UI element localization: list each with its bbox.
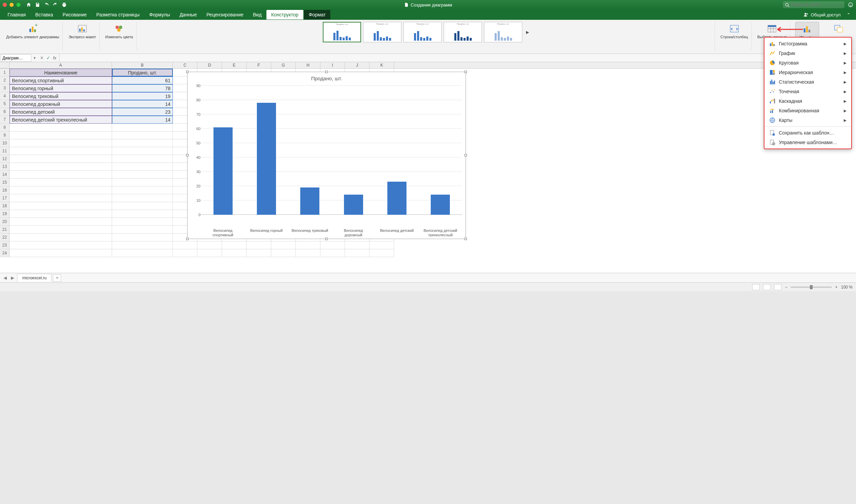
cell-F23[interactable]	[247, 241, 271, 249]
zoom-slider[interactable]	[791, 286, 832, 288]
cell-B6[interactable]: 23	[112, 108, 173, 116]
row-header-14[interactable]: 14	[0, 171, 10, 179]
cell-A16[interactable]	[10, 186, 112, 194]
smiley-icon[interactable]	[848, 2, 853, 8]
cell-A18[interactable]	[10, 202, 112, 210]
cell-B17[interactable]	[112, 194, 173, 202]
cell-A17[interactable]	[10, 194, 112, 202]
row-header-3[interactable]: 3	[0, 84, 10, 92]
column-header-B[interactable]: B	[112, 62, 173, 68]
tab-insert[interactable]: Вставка	[30, 10, 58, 19]
switch-row-column-button[interactable]: Строка/столбец	[720, 22, 749, 41]
chart-bar[interactable]	[213, 127, 233, 215]
row-header-18[interactable]: 18	[0, 202, 10, 210]
view-normal-button[interactable]	[752, 284, 760, 290]
chart-bar[interactable]	[300, 187, 319, 215]
menu-manage-templates[interactable]: Управление шаблонами…	[764, 138, 851, 147]
tab-format[interactable]: Формат	[304, 10, 331, 19]
cell-B8[interactable]	[112, 124, 173, 131]
tab-view[interactable]: Вид	[248, 10, 266, 19]
view-page-break-button[interactable]	[774, 284, 782, 290]
cell-B21[interactable]	[112, 226, 173, 234]
cell-A4[interactable]: Велосипед трековый	[10, 92, 112, 100]
close-window[interactable]	[3, 3, 7, 7]
cell-A12[interactable]	[10, 155, 112, 163]
cell-B10[interactable]	[112, 139, 173, 147]
row-header-23[interactable]: 23	[0, 241, 10, 249]
zoom-out-button[interactable]: −	[785, 285, 787, 290]
cell-H23[interactable]	[296, 241, 320, 249]
row-header-8[interactable]: 8	[0, 124, 10, 131]
zoom-level[interactable]: 100 %	[841, 285, 853, 290]
cell-B12[interactable]	[112, 155, 173, 163]
cell-B2[interactable]: 61	[112, 76, 173, 84]
cell-B13[interactable]	[112, 163, 173, 171]
column-header-H[interactable]: H	[296, 62, 320, 68]
cell-B16[interactable]	[112, 186, 173, 194]
row-header-1[interactable]: 1	[0, 69, 10, 76]
chart-style-thumb[interactable]: Продано, шт.	[444, 22, 482, 42]
column-header-K[interactable]: K	[370, 62, 394, 68]
change-colors-button[interactable]: Изменить цвета	[105, 22, 134, 41]
row-header-2[interactable]: 2	[0, 76, 10, 84]
embedded-chart[interactable]: Продано, шт. 0102030405060708090 Велосип…	[187, 72, 466, 239]
sheet-tab-active[interactable]: microexcel.ru	[17, 274, 52, 282]
row-header-7[interactable]: 7	[0, 116, 10, 124]
cell-A14[interactable]	[10, 171, 112, 179]
column-header-D[interactable]: D	[197, 62, 222, 68]
cell-I24[interactable]	[320, 249, 345, 257]
chart-style-thumb[interactable]: Продано, шт.	[403, 22, 442, 42]
chart-title[interactable]: Продано, шт.	[188, 72, 466, 83]
cell-K23[interactable]	[370, 241, 394, 249]
cell-A24[interactable]	[10, 249, 112, 257]
row-header-21[interactable]: 21	[0, 226, 10, 234]
cell-B24[interactable]	[112, 249, 173, 257]
column-header-F[interactable]: F	[247, 62, 271, 68]
cell-A8[interactable]	[10, 124, 112, 131]
tab-layout[interactable]: Разметка страницы	[92, 10, 144, 19]
cell-I23[interactable]	[320, 241, 345, 249]
row-header-12[interactable]: 12	[0, 155, 10, 163]
column-header-A[interactable]: A	[10, 62, 112, 68]
chart-style-thumb[interactable]: Продано, шт.	[363, 22, 401, 42]
chart-bar[interactable]	[431, 195, 450, 215]
menu-histogram[interactable]: Гистограмма▶	[764, 39, 851, 48]
cell-A9[interactable]	[10, 131, 112, 139]
cell-G24[interactable]	[271, 249, 296, 257]
cell-B11[interactable]	[112, 147, 173, 155]
select-all-corner[interactable]	[0, 62, 10, 68]
cell-A3[interactable]: Велосипед горный	[10, 84, 112, 92]
menu-treemap[interactable]: Иерархическая▶	[764, 68, 851, 77]
chart-bar[interactable]	[257, 103, 276, 215]
cell-B22[interactable]	[112, 234, 173, 241]
cell-B18[interactable]	[112, 202, 173, 210]
menu-combo[interactable]: Комбинированная▶	[764, 106, 851, 115]
fx-icon[interactable]: fx	[53, 55, 56, 60]
cell-C24[interactable]	[173, 249, 197, 257]
cell-F24[interactable]	[247, 249, 271, 257]
row-header-24[interactable]: 24	[0, 249, 10, 257]
chart-style-thumb[interactable]: Продано, шт.	[323, 22, 361, 42]
row-header-11[interactable]: 11	[0, 147, 10, 155]
chart-plot-area[interactable]: 0102030405060708090	[201, 86, 462, 215]
row-header-20[interactable]: 20	[0, 218, 10, 226]
chart-bar[interactable]	[344, 195, 363, 215]
cell-B14[interactable]	[112, 171, 173, 179]
menu-save-template[interactable]: Сохранить как шаблон…	[764, 128, 851, 138]
row-header-10[interactable]: 10	[0, 139, 10, 147]
cell-A5[interactable]: Велосипед дорожный	[10, 100, 112, 108]
cell-J24[interactable]	[345, 249, 370, 257]
search-input[interactable]	[783, 1, 844, 8]
menu-line[interactable]: График▶	[764, 48, 851, 58]
cell-D24[interactable]	[197, 249, 222, 257]
tab-data[interactable]: Данные	[175, 10, 202, 19]
row-header-13[interactable]: 13	[0, 163, 10, 171]
column-header-E[interactable]: E	[222, 62, 247, 68]
menu-maps[interactable]: Карты▶	[764, 115, 851, 125]
cell-A19[interactable]	[10, 210, 112, 218]
name-box[interactable]	[1, 54, 31, 62]
cell-H24[interactable]	[296, 249, 320, 257]
cell-E24[interactable]	[222, 249, 247, 257]
cell-D23[interactable]	[197, 241, 222, 249]
namebox-dropdown[interactable]: ▾	[32, 55, 37, 60]
